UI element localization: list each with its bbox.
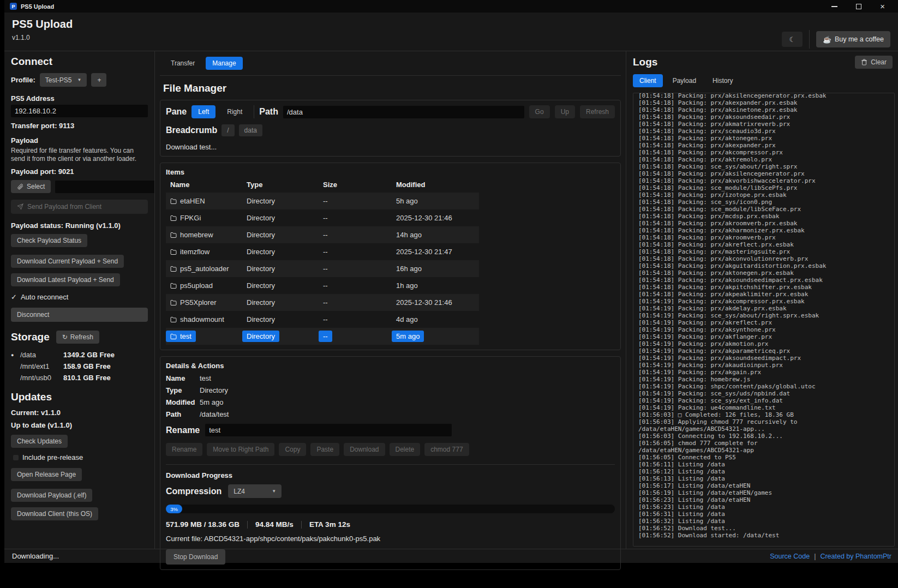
go-button[interactable]: Go xyxy=(529,105,550,118)
column-modified: Modified xyxy=(392,181,479,189)
logs-panel: Logs Clear Client Payload History [01:54… xyxy=(626,51,898,549)
source-code-link[interactable]: Source Code xyxy=(770,553,810,560)
table-row[interactable]: homebrew Directory -- 14h ago xyxy=(166,226,479,243)
tab-history-logs[interactable]: History xyxy=(706,74,739,87)
maximize-button[interactable] xyxy=(856,4,861,9)
pane-left-button[interactable]: Left xyxy=(191,105,215,118)
path-refresh-button[interactable]: Refresh xyxy=(580,105,615,118)
compression-label: Compression xyxy=(166,487,221,496)
status-bar: Downloading... Source Code | Created by … xyxy=(4,549,898,563)
check-updates-button[interactable]: Check Updates xyxy=(11,435,68,448)
log-line: [01:56:05] Connected to PS5 xyxy=(638,454,856,461)
storage-drive[interactable]: ● /mnt/usb0 810.1 GB Free xyxy=(11,372,148,383)
compression-select[interactable]: LZ4 ▼ xyxy=(228,484,282,498)
check-payload-status-button[interactable]: Check Payload Status xyxy=(11,234,87,247)
app-logo-icon: P xyxy=(10,3,17,10)
payload-title: Payload xyxy=(11,136,148,145)
download-client-button[interactable]: Download Client (this OS) xyxy=(11,507,98,520)
select-payload-button[interactable]: Select xyxy=(11,180,51,193)
table-row[interactable]: shadowmount Directory -- 4d ago xyxy=(166,311,479,328)
folder-icon xyxy=(170,316,177,323)
log-line: [01:54:18] Packing: prx/akroomverb.prx.e… xyxy=(638,220,856,227)
storage-refresh-button[interactable]: ↻ Refresh xyxy=(56,331,99,344)
table-row[interactable]: test Directory -- 5m ago xyxy=(166,328,479,345)
log-line: [01:54:19] Packing: sce_sys/about/right.… xyxy=(638,312,856,319)
download-latest-payload-button[interactable]: Download Latest Payload + Send xyxy=(11,273,120,286)
rename-input[interactable] xyxy=(205,424,452,436)
tab-transfer[interactable]: Transfer xyxy=(164,57,201,70)
action-button[interactable]: Move to Right Path xyxy=(207,443,274,456)
storage-drive[interactable]: ● /data 1349.2 GB Free xyxy=(11,349,148,361)
close-button[interactable]: × xyxy=(880,2,885,10)
action-button[interactable]: Delete xyxy=(390,443,421,456)
details-title: Details & Actions xyxy=(166,362,615,370)
storage-title: Storage xyxy=(11,331,50,343)
breadcrumb-root[interactable]: / xyxy=(221,124,234,136)
prerelease-checkbox[interactable]: Include pre-release xyxy=(13,453,148,461)
send-payload-button[interactable]: Send Payload from Client xyxy=(11,200,148,214)
table-row[interactable]: FPKGi Directory -- 2025-12-30 21:46 xyxy=(166,209,479,226)
log-line: [01:54:18] Packing: prx/mcdsp.prx.esbak xyxy=(638,213,856,220)
action-button[interactable]: Rename xyxy=(166,443,202,456)
log-line: [01:54:18] Packing: prx/aksoundseedair.p… xyxy=(638,113,856,121)
log-line: [01:56:13] Listing /data xyxy=(638,475,856,482)
log-line: [01:54:18] Packing: prx/akharmonizer.prx… xyxy=(638,227,856,234)
table-row[interactable]: PS5Xplorer Directory -- 2025-12-30 21:46 xyxy=(166,294,479,311)
tab-client-logs[interactable]: Client xyxy=(633,74,663,87)
download-current-payload-button[interactable]: Download Current Payload + Send xyxy=(11,255,124,268)
credit-link[interactable]: Created by PhantomPtr xyxy=(820,553,891,560)
action-button[interactable]: chmod 777 xyxy=(424,443,469,456)
open-release-page-button[interactable]: Open Release Page xyxy=(11,468,82,481)
storage-drive[interactable]: ● /mnt/ext1 158.9 GB Free xyxy=(11,361,148,372)
send-icon xyxy=(17,203,23,210)
clear-logs-button[interactable]: Clear xyxy=(855,56,893,69)
rename-label: Rename xyxy=(166,425,200,435)
updates-current: Current: v1.1.0 xyxy=(11,409,148,417)
download-progress-bar: 3% xyxy=(166,505,615,513)
add-profile-button[interactable]: + xyxy=(91,73,106,87)
payload-file-input[interactable] xyxy=(55,181,155,193)
table-row[interactable]: etaHEN Directory -- 5h ago xyxy=(166,193,479,209)
buy-coffee-button[interactable]: ☕ Buy me a coffee xyxy=(816,31,890,47)
action-button[interactable]: Paste xyxy=(310,443,339,456)
items-panel: Items Name Type Size Modified etaHEN xyxy=(160,163,621,350)
payload-description: Required for file transfer features. You… xyxy=(11,147,148,163)
transfer-port-label: Transfer port: 9113 xyxy=(11,122,148,130)
tab-payload-logs[interactable]: Payload xyxy=(666,74,703,87)
chevron-down-icon: ▼ xyxy=(272,489,276,494)
download-eta: ETA 3m 12s xyxy=(309,520,350,529)
action-button[interactable]: Download xyxy=(344,443,385,456)
progress-percent-badge: 3% xyxy=(166,505,182,513)
log-line: [01:54:19] Packing: prx/akaudioinput.prx xyxy=(638,362,856,369)
log-line: [01:54:18] Packing: sce_sys/about/right.… xyxy=(638,163,856,170)
detail-type-value: Directory xyxy=(200,386,228,394)
download-payload-elf-button[interactable]: Download Payload (.elf) xyxy=(11,489,92,502)
up-button[interactable]: Up xyxy=(555,105,575,118)
ps5-address-input[interactable] xyxy=(11,105,148,117)
window-title: PS5 Upload xyxy=(21,3,54,10)
breadcrumb-data[interactable]: data xyxy=(239,124,262,136)
table-row[interactable]: ps5upload Directory -- 1h ago xyxy=(166,277,479,294)
theme-toggle-button[interactable]: ☾ xyxy=(782,32,803,47)
log-line: [01:54:18] Packing: prx/aktonegen.prx.es… xyxy=(638,269,856,277)
action-button[interactable]: Copy xyxy=(279,443,306,456)
table-row[interactable]: itemzflow Directory -- 2025-12-30 21:47 xyxy=(166,243,479,260)
log-output[interactable]: [01:54:18] Packing: prx/aksilencegenerat… xyxy=(633,93,895,547)
path-input[interactable] xyxy=(283,106,524,118)
table-row[interactable]: ps5_autoloader Directory -- 16h ago xyxy=(166,260,479,277)
auto-reconnect-checkbox[interactable]: ✓ Auto reconnect xyxy=(11,293,148,301)
tab-manage[interactable]: Manage xyxy=(206,57,242,70)
log-line: [01:54:19] Packing: prx/akparametriceq.p… xyxy=(638,347,856,355)
log-line: [01:56:52] Download started: /data/test xyxy=(638,532,856,539)
folder-icon xyxy=(170,215,177,221)
profile-select[interactable]: Test-PS5 ▼ xyxy=(40,73,87,87)
folder-icon xyxy=(170,232,177,238)
divider: | xyxy=(814,553,816,560)
disconnect-button[interactable]: Disconnect xyxy=(11,308,148,322)
drive-list: ● /data 1349.2 GB Free ● /mnt/ext1 158.9… xyxy=(11,349,148,383)
download-size: 571.99 MB / 18.36 GB xyxy=(166,520,240,529)
minimize-button[interactable] xyxy=(831,6,837,7)
log-line: [01:54:18] Packing: prx/aksilencegenerat… xyxy=(638,93,856,99)
log-line: [01:54:19] Packing: homebrew.js xyxy=(638,376,856,383)
pane-right-button[interactable]: Right xyxy=(220,105,249,118)
